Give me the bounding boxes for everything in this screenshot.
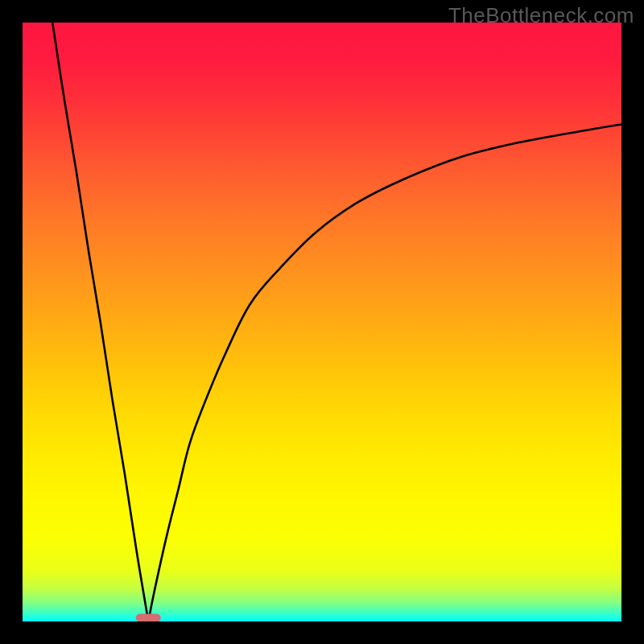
chart-svg	[23, 23, 621, 621]
minimum-marker	[136, 614, 161, 621]
chart-frame: TheBottleneck.com	[0, 0, 644, 644]
watermark-text: TheBottleneck.com	[448, 3, 634, 28]
plot-area	[23, 23, 621, 621]
curve-left-branch	[52, 23, 148, 621]
curve-right-branch	[148, 124, 621, 621]
